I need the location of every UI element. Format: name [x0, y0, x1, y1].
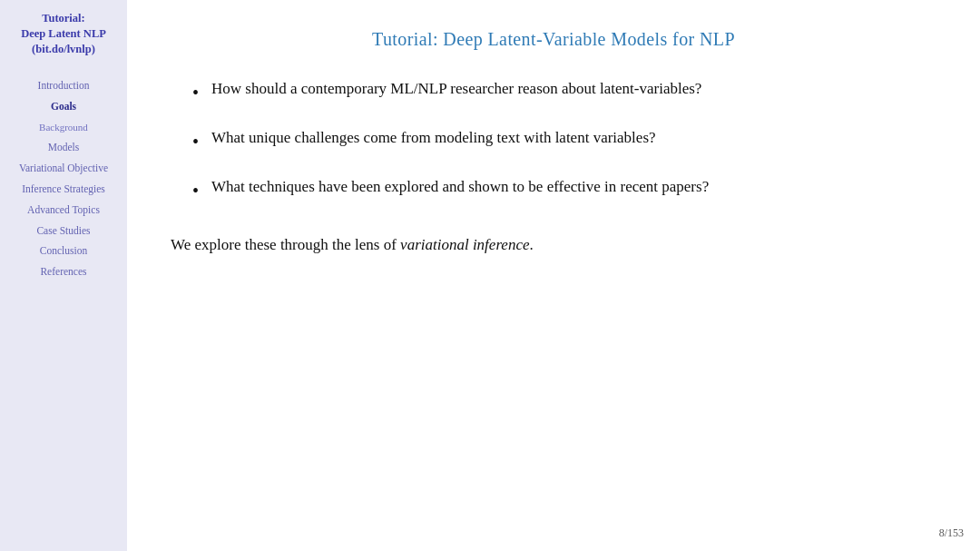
closing-text: We explore these through the lens of var…: [171, 233, 936, 257]
sidebar-item-advanced-topics[interactable]: Advanced Topics: [7, 202, 120, 219]
bullet-item-1: • How should a contemporary ML/NLP resea…: [192, 77, 936, 106]
slide-title: Tutorial: Deep Latent-Variable Models fo…: [171, 29, 936, 50]
sidebar-item-background[interactable]: Background: [7, 119, 120, 135]
bullet-list: • How should a contemporary ML/NLP resea…: [192, 77, 936, 224]
closing-suffix: .: [530, 236, 534, 253]
sidebar-item-goals[interactable]: Goals: [7, 98, 120, 115]
sidebar-title: Tutorial: Deep Latent NLP (bit.do/lvnlp): [21, 11, 106, 57]
sidebar-item-conclusion[interactable]: Conclusion: [7, 242, 120, 260]
bullet-dot-2: •: [192, 128, 199, 155]
bullet-dot-1: •: [192, 79, 199, 106]
sidebar-nav: IntroductionGoalsBackgroundModelsVariati…: [7, 77, 120, 281]
sidebar-item-inference-strategies[interactable]: Inference Strategies: [7, 181, 120, 198]
bullet-text-2: What unique challenges come from modelin…: [211, 126, 656, 150]
sidebar-item-variational-objective[interactable]: Variational Objective: [7, 160, 120, 177]
bullet-text-3: What techniques have been explored and s…: [211, 175, 709, 199]
bullet-item-3: • What techniques have been explored and…: [192, 175, 936, 204]
main-content: Tutorial: Deep Latent-Variable Models fo…: [127, 0, 980, 551]
sidebar: Tutorial: Deep Latent NLP (bit.do/lvnlp)…: [0, 0, 127, 551]
bullet-item-2: • What unique challenges come from model…: [192, 126, 936, 155]
closing-prefix: We explore these through the lens of: [171, 236, 400, 253]
bullet-text-1: How should a contemporary ML/NLP researc…: [211, 77, 701, 101]
bullet-dot-3: •: [192, 177, 199, 204]
sidebar-item-introduction[interactable]: Introduction: [7, 77, 120, 94]
sidebar-item-references[interactable]: References: [7, 263, 120, 280]
sidebar-item-case-studies[interactable]: Case Studies: [7, 222, 120, 240]
slide-number: 8/153: [939, 526, 964, 540]
sidebar-item-models[interactable]: Models: [7, 139, 120, 156]
closing-em: variational inference: [400, 236, 529, 253]
